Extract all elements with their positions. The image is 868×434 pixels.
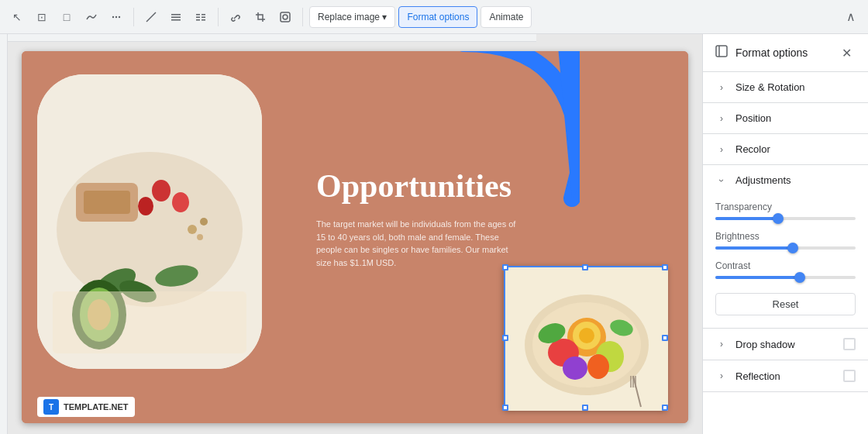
size-rotation-header[interactable]: › Size & Rotation	[703, 72, 868, 102]
image-mask-tool[interactable]	[274, 6, 296, 28]
recolor-header[interactable]: › Recolor	[703, 134, 868, 164]
handle-bl[interactable]	[502, 405, 508, 411]
reset-label: Reset	[773, 298, 799, 310]
svg-rect-11	[196, 19, 200, 21]
reflection-label: Reflection	[735, 370, 843, 382]
svg-line-3	[146, 12, 156, 22]
svg-rect-10	[202, 16, 205, 18]
adjustments-chevron: ›	[716, 174, 727, 187]
collapse-toolbar-button[interactable]: ∧	[840, 6, 862, 28]
contrast-fill	[715, 276, 800, 279]
brightness-label: Brightness	[715, 231, 856, 242]
list-tool[interactable]	[165, 6, 187, 28]
drop-shadow-checkbox[interactable]	[843, 338, 856, 350]
handle-br[interactable]	[662, 405, 668, 411]
transparency-track[interactable]	[715, 217, 856, 220]
main-toolbar: ↖ ⊡ □	[0, 0, 868, 34]
handle-mr[interactable]	[662, 335, 668, 341]
reset-button[interactable]: Reset	[715, 293, 856, 315]
format-options-panel: Format options ✕ › Size & Rotation › Pos…	[702, 34, 868, 434]
more-tools[interactable]	[105, 6, 127, 28]
handle-tc[interactable]	[582, 264, 588, 270]
transparency-fill	[715, 217, 778, 220]
svg-rect-5	[171, 16, 181, 18]
transparency-label: Transparency	[715, 202, 856, 212]
contrast-label: Contrast	[715, 260, 856, 271]
crop-tool[interactable]	[250, 6, 271, 28]
contrast-thumb[interactable]	[794, 272, 805, 283]
format-options-button[interactable]: Format options	[398, 6, 477, 28]
recolor-chevron: ›	[715, 144, 728, 155]
adjustments-section: › Adjustments Transparency Brightness	[703, 165, 868, 329]
contrast-track[interactable]	[715, 276, 856, 279]
reflection-chevron: ›	[715, 370, 728, 381]
reflection-checkbox[interactable]	[843, 370, 856, 382]
recolor-section: › Recolor	[703, 134, 868, 165]
svg-point-30	[200, 218, 208, 226]
sep2	[218, 8, 219, 26]
slide[interactable]: Opportunities The target market will be …	[22, 51, 688, 423]
drop-shadow-label: Drop shadow	[735, 339, 843, 350]
size-rotation-label: Size & Rotation	[735, 81, 856, 93]
svg-point-22	[138, 197, 153, 215]
svg-rect-8	[202, 14, 205, 16]
svg-point-20	[152, 180, 170, 202]
selected-food-image[interactable]	[504, 266, 666, 409]
svg-point-14	[283, 15, 288, 19]
sep3	[302, 8, 303, 26]
svg-rect-4	[171, 14, 181, 16]
transparency-slider-section: Transparency	[715, 202, 856, 220]
sep1	[133, 8, 134, 26]
position-header[interactable]: › Position	[703, 103, 868, 133]
reflection-header[interactable]: › Reflection	[703, 360, 868, 391]
svg-rect-32	[53, 291, 246, 353]
crop-frame-tool[interactable]: ⊡	[31, 6, 53, 28]
position-section: › Position	[703, 103, 868, 134]
shape-tool[interactable]: □	[56, 6, 78, 28]
replace-image-button[interactable]: Replace image ▾	[309, 6, 395, 28]
main-area: Opportunities The target market will be …	[0, 34, 868, 434]
template-logo-icon: T	[43, 399, 59, 415]
svg-rect-19	[84, 191, 130, 214]
drop-shadow-chevron: ›	[715, 339, 728, 350]
svg-point-17	[57, 152, 243, 307]
format-options-label: Format options	[407, 12, 469, 22]
reflection-section: › Reflection	[703, 360, 868, 392]
animate-button[interactable]: Animate	[480, 6, 532, 28]
svg-point-31	[197, 234, 203, 240]
handle-tr[interactable]	[662, 264, 668, 270]
svg-point-1	[115, 16, 117, 17]
panel-title: Format options	[735, 46, 837, 59]
contrast-slider-section: Contrast	[715, 260, 856, 279]
brightness-thumb[interactable]	[787, 243, 798, 253]
adjustments-header[interactable]: › Adjustments	[703, 165, 868, 195]
size-rotation-section: › Size & Rotation	[703, 72, 868, 103]
link-tool[interactable]	[225, 6, 246, 28]
svg-point-39	[563, 356, 587, 380]
adjustments-label: Adjustments	[735, 174, 856, 186]
arrow-decoration	[425, 51, 580, 214]
template-logo-text: TEMPLATE.NET	[64, 402, 129, 412]
svg-rect-12	[202, 19, 205, 21]
left-food-image	[37, 74, 262, 369]
drop-shadow-header[interactable]: › Drop shadow	[703, 329, 868, 360]
brightness-slider-section: Brightness	[715, 231, 856, 250]
transparency-thumb[interactable]	[773, 213, 784, 224]
handle-ml[interactable]	[502, 335, 508, 341]
columns-tool[interactable]	[190, 6, 212, 28]
animate-label: Animate	[489, 12, 523, 22]
handle-bc[interactable]	[582, 405, 588, 411]
select-tool[interactable]: ↖	[6, 6, 28, 28]
ruler-vertical	[0, 34, 8, 434]
recolor-label: Recolor	[735, 143, 856, 155]
svg-point-0	[112, 16, 114, 17]
svg-point-21	[172, 192, 189, 212]
line-tool[interactable]	[140, 6, 162, 28]
handle-tl[interactable]	[502, 264, 508, 270]
svg-rect-49	[716, 46, 727, 57]
brightness-track[interactable]	[715, 246, 856, 250]
canvas-area[interactable]: Opportunities The target market will be …	[0, 34, 702, 434]
panel-header: Format options ✕	[703, 34, 868, 72]
panel-close-button[interactable]: ✕	[837, 43, 856, 62]
scribble-tool[interactable]	[81, 6, 102, 28]
